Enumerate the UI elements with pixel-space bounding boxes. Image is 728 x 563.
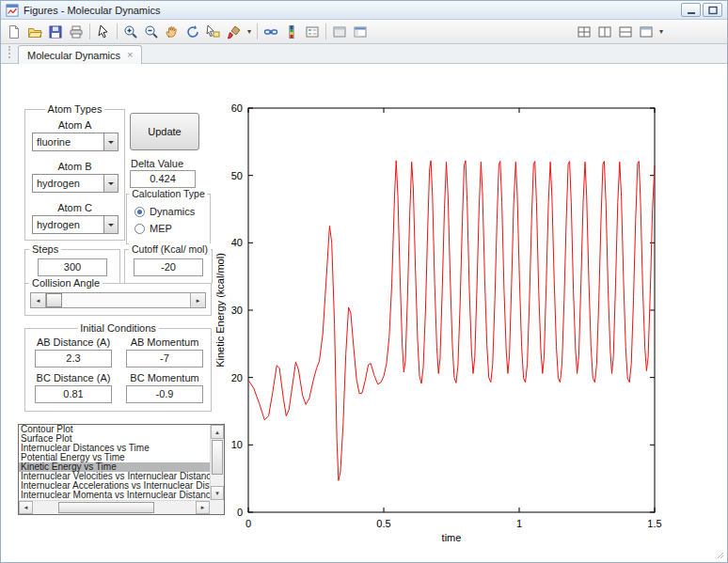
zoom-out-icon bbox=[144, 24, 159, 39]
initial-conditions-title: Initial Conditions bbox=[77, 322, 159, 334]
ab-distance-field[interactable]: 2.3 bbox=[35, 350, 112, 368]
svg-text:Kinetic Energy (kcal/mol): Kinetic Energy (kcal/mol) bbox=[214, 253, 226, 368]
zoom-out-button[interactable] bbox=[141, 22, 162, 42]
minimize-icon bbox=[686, 6, 697, 15]
atom-c-dropdown-arrow-icon[interactable] bbox=[103, 216, 118, 233]
show-plot-tools-button[interactable] bbox=[350, 22, 371, 42]
atom-types-panel: Atom Types Atom A fluorine Atom B hydrog… bbox=[24, 109, 125, 241]
new-figure-button[interactable] bbox=[4, 22, 24, 42]
tab-molecular-dynamics[interactable]: Molecular Dynamics × bbox=[18, 45, 142, 64]
tab-close-icon[interactable]: × bbox=[127, 50, 133, 60]
tile-columns-button[interactable] bbox=[594, 22, 615, 42]
update-button[interactable]: Update bbox=[130, 113, 199, 150]
kinetic-energy-plot[interactable]: 00.511.50102030405060timeKinetic Energy … bbox=[213, 92, 673, 553]
scroll-right-icon[interactable]: ► bbox=[196, 501, 210, 514]
svg-text:1.5: 1.5 bbox=[647, 518, 661, 529]
scroll-left-icon[interactable]: ◄ bbox=[19, 501, 33, 514]
radio-mep-label: MEP bbox=[150, 223, 172, 234]
initial-conditions-panel: Initial Conditions AB Distance (A) AB Mo… bbox=[24, 328, 212, 412]
list-item[interactable]: Potential Energy vs Time bbox=[19, 453, 210, 462]
list-item[interactable]: Surface Plot bbox=[19, 434, 210, 444]
maximize-icon bbox=[707, 6, 719, 15]
bc-momentum-field[interactable]: -0.9 bbox=[126, 385, 203, 403]
plot-type-list: Contour Plot Surface Plot Internuclear D… bbox=[19, 425, 210, 500]
open-file-button[interactable] bbox=[24, 22, 45, 42]
svg-text:20: 20 bbox=[231, 372, 243, 383]
data-cursor-button[interactable] bbox=[203, 22, 224, 42]
tile-rows-button[interactable] bbox=[615, 22, 636, 42]
print-figure-button[interactable] bbox=[66, 22, 87, 42]
svg-text:0.5: 0.5 bbox=[376, 518, 390, 529]
list-item[interactable]: Internuclear Distances vs Time bbox=[19, 444, 210, 453]
radio-unselected-icon bbox=[135, 224, 145, 234]
radio-dynamics[interactable]: Dynamics bbox=[135, 206, 195, 217]
brush-button[interactable] bbox=[224, 22, 245, 42]
svg-text:30: 30 bbox=[231, 305, 243, 316]
hide-plot-tools-button[interactable] bbox=[329, 22, 350, 42]
pan-button[interactable] bbox=[162, 22, 182, 42]
save-figure-icon bbox=[48, 24, 63, 39]
brush-dropdown-button[interactable]: ▾ bbox=[245, 22, 254, 42]
insert-colorbar-button[interactable] bbox=[281, 22, 302, 42]
atom-b-label: Atom B bbox=[25, 161, 124, 172]
titlebar: Figures - Molecular Dynamics bbox=[1, 1, 727, 20]
calculation-type-panel: Calculation Type Dynamics MEP bbox=[126, 194, 211, 244]
save-figure-button[interactable] bbox=[45, 22, 66, 42]
atom-b-dropdown[interactable]: hydrogen bbox=[32, 174, 119, 193]
zoom-in-button[interactable] bbox=[120, 22, 141, 42]
atom-c-dropdown[interactable]: hydrogen bbox=[32, 215, 119, 234]
collision-angle-slider[interactable]: ◄ ► bbox=[30, 292, 206, 308]
atom-a-dropdown-arrow-icon[interactable] bbox=[103, 133, 118, 150]
tile-single-icon bbox=[639, 24, 654, 39]
horizontal-scroll-thumb[interactable] bbox=[58, 502, 154, 513]
bc-distance-field[interactable]: 0.81 bbox=[35, 385, 112, 403]
zoom-in-icon bbox=[123, 24, 138, 39]
atom-a-dropdown[interactable]: fluorine bbox=[32, 133, 119, 151]
toolbar-separator bbox=[89, 23, 90, 39]
tile-single-button[interactable] bbox=[636, 22, 657, 42]
maximize-button[interactable] bbox=[703, 3, 722, 17]
ab-momentum-label: AB Momentum bbox=[122, 336, 207, 348]
list-item[interactable]: Internuclear Accelerations vs Internucle… bbox=[19, 481, 210, 491]
atom-c-value: hydrogen bbox=[37, 216, 80, 233]
brush-icon bbox=[227, 24, 242, 39]
figure-canvas: Atom Types Atom A fluorine Atom B hydrog… bbox=[1, 64, 727, 562]
list-item[interactable]: Internuclear Momenta vs Internuclear Dis… bbox=[19, 491, 210, 500]
slider-thumb[interactable] bbox=[46, 293, 62, 307]
slider-left-arrow-icon[interactable]: ◄ bbox=[31, 293, 46, 307]
minimize-button[interactable] bbox=[681, 3, 701, 17]
list-item-selected[interactable]: Kinetic Energy vs Time bbox=[19, 462, 210, 472]
cutoff-field[interactable]: -20 bbox=[134, 258, 203, 276]
caret-down-icon: ▾ bbox=[247, 28, 251, 36]
steps-field[interactable]: 300 bbox=[38, 258, 107, 276]
tabbar-drag-handle[interactable] bbox=[8, 46, 10, 58]
toolbar-separator bbox=[325, 23, 326, 39]
list-item[interactable]: Internuclear Velocities vs Internuclear … bbox=[19, 472, 210, 481]
resize-grip[interactable] bbox=[715, 550, 724, 559]
delta-value-field[interactable]: 0.424 bbox=[130, 170, 196, 188]
axes[interactable]: 00.511.50102030405060timeKinetic Energy … bbox=[213, 92, 673, 553]
tabbar: Molecular Dynamics × bbox=[1, 44, 727, 64]
svg-text:0: 0 bbox=[245, 518, 251, 529]
bc-distance-label: BC Distance (A) bbox=[31, 372, 116, 383]
toolbar-separator bbox=[117, 23, 118, 39]
slider-right-arrow-icon[interactable]: ► bbox=[190, 293, 205, 307]
tile-grid-icon bbox=[577, 24, 592, 39]
edit-plot-button[interactable] bbox=[93, 22, 114, 42]
tile-grid-button[interactable] bbox=[574, 22, 594, 42]
window-menu-button[interactable]: ▾ bbox=[657, 22, 666, 42]
radio-mep[interactable]: MEP bbox=[135, 223, 172, 234]
ab-momentum-field[interactable]: -7 bbox=[126, 350, 203, 368]
delta-value-label: Delta Value bbox=[131, 158, 183, 169]
rotate-3d-button[interactable] bbox=[182, 22, 203, 42]
window-title: Figures - Molecular Dynamics bbox=[24, 5, 160, 16]
link-plot-button[interactable] bbox=[261, 22, 281, 42]
horizontal-scrollbar[interactable]: ◄ ► bbox=[19, 500, 210, 514]
atom-a-label: Atom A bbox=[25, 119, 124, 131]
atom-b-dropdown-arrow-icon[interactable] bbox=[103, 175, 118, 192]
rotate-3d-icon bbox=[185, 24, 200, 39]
insert-legend-button[interactable] bbox=[302, 22, 323, 42]
plot-type-listbox[interactable]: Contour Plot Surface Plot Internuclear D… bbox=[18, 424, 225, 515]
data-cursor-icon bbox=[206, 24, 221, 39]
list-item[interactable]: Contour Plot bbox=[19, 425, 210, 434]
